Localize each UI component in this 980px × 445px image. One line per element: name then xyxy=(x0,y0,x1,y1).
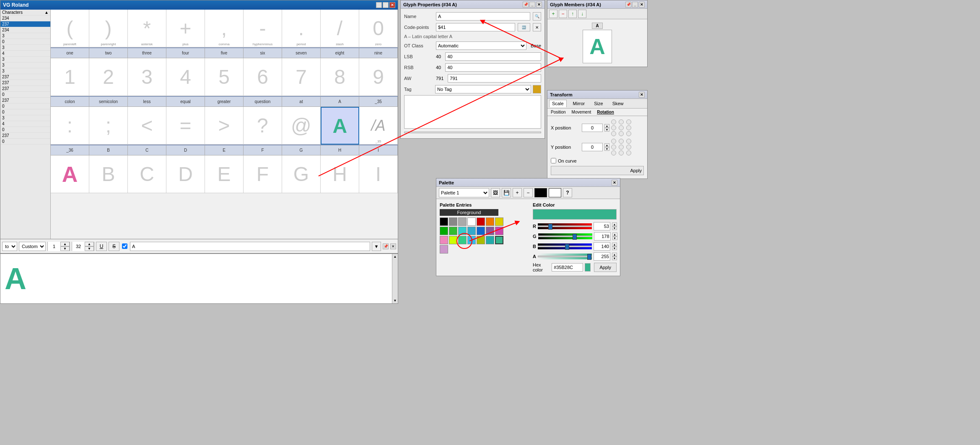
r-slider[interactable] xyxy=(538,223,592,229)
palette-add-btn[interactable]: + xyxy=(513,188,522,197)
number2-down[interactable]: ▼ xyxy=(85,246,94,251)
glyph-period[interactable]: . period xyxy=(282,10,321,47)
sidebar-item-3c[interactable]: 3 xyxy=(0,57,50,62)
glyph-props-close[interactable]: ✕ xyxy=(536,2,542,8)
member-add-button[interactable]: + xyxy=(549,10,557,18)
glyph-colon[interactable]: : xyxy=(51,107,89,145)
y-position-input[interactable] xyxy=(582,143,603,151)
a-down-btn[interactable]: ▼ xyxy=(612,256,617,260)
palette-apply-button[interactable]: Apply xyxy=(594,263,617,272)
unicode-btn[interactable]: 🔤 xyxy=(518,23,530,31)
color-lightgreen[interactable] xyxy=(449,227,457,235)
glyph-four[interactable]: 4 xyxy=(166,58,205,96)
palette-close[interactable]: ✕ xyxy=(612,180,617,186)
subtab-position[interactable]: Position xyxy=(549,109,568,115)
palette-white-swatch[interactable] xyxy=(549,188,561,197)
g-value-input[interactable] xyxy=(594,232,611,241)
close-button[interactable]: ✕ xyxy=(389,2,395,8)
color-cyan[interactable] xyxy=(458,227,467,235)
subtab-movement[interactable]: Movement xyxy=(570,109,593,115)
sidebar-item-237d[interactable]: 237 xyxy=(0,86,50,92)
palette-save-btn[interactable]: 💾 xyxy=(502,188,511,197)
color-yellowgreen[interactable] xyxy=(449,236,457,244)
glyph-three[interactable]: 3 xyxy=(128,58,166,96)
glyph-36-pink[interactable]: A xyxy=(51,155,89,193)
sidebar-item-0e[interactable]: 0 xyxy=(0,127,50,133)
color-red[interactable] xyxy=(477,217,485,226)
preview-scroll-down[interactable]: ▼ xyxy=(394,299,397,303)
x-radio-6[interactable] xyxy=(611,131,616,136)
color-lightpink[interactable] xyxy=(440,236,448,244)
sidebar-item-3f[interactable]: 3 xyxy=(0,115,50,121)
sidebar-item-3b[interactable]: 3 xyxy=(0,45,50,51)
x-radio-5[interactable] xyxy=(626,125,631,130)
x-radio-7[interactable] xyxy=(619,131,624,136)
toolbar-text-input[interactable] xyxy=(130,242,370,251)
x-position-input[interactable] xyxy=(582,124,603,132)
glyph-plus[interactable]: + plus xyxy=(166,10,205,47)
palette-help-btn[interactable]: ? xyxy=(563,188,572,197)
glyph-notes-textarea[interactable] xyxy=(404,95,541,129)
glyph-slash[interactable]: / slash xyxy=(321,10,359,47)
glyph-D[interactable]: D xyxy=(166,155,205,193)
b-slider[interactable] xyxy=(538,243,592,249)
number2-up[interactable]: ▲ xyxy=(85,242,94,246)
glyph-I[interactable]: I xyxy=(359,155,398,193)
y-radio-1[interactable] xyxy=(619,139,624,144)
y-up-button[interactable]: ▲ xyxy=(604,143,609,147)
sidebar-item-4a[interactable]: 4 xyxy=(0,51,50,57)
x-radio-4[interactable] xyxy=(619,125,624,130)
b-up-btn[interactable]: ▲ xyxy=(612,243,617,246)
glyph-semicolon[interactable]: ; xyxy=(89,107,128,145)
glyph-one[interactable]: 1 xyxy=(51,58,89,96)
color-teal[interactable] xyxy=(458,236,467,244)
y-down-button[interactable]: ▼ xyxy=(604,147,609,151)
glyph-hyphenminus[interactable]: - hyphenminus xyxy=(244,10,282,47)
sidebar-item-0f[interactable]: 0 xyxy=(0,139,50,145)
a-up-btn[interactable]: ▲ xyxy=(612,253,617,256)
color-yellow[interactable] xyxy=(495,217,503,226)
sidebar-item-3e[interactable]: 3 xyxy=(0,68,50,74)
on-curve-checkbox[interactable] xyxy=(551,158,556,163)
palette-remove-btn[interactable]: − xyxy=(524,188,533,197)
rsb-input[interactable] xyxy=(445,63,541,72)
y-radio-7[interactable] xyxy=(619,150,624,155)
b-down-btn[interactable]: ▼ xyxy=(612,246,617,250)
glyph-less[interactable]: < xyxy=(128,107,166,145)
member-up-button[interactable]: ↑ xyxy=(568,10,577,18)
number1-up[interactable]: ▲ xyxy=(60,242,70,246)
lsb-input[interactable] xyxy=(445,52,541,61)
number1-down[interactable]: ▼ xyxy=(60,246,70,251)
glyph-35[interactable]: /A _35 xyxy=(359,107,398,145)
glyph-at[interactable]: @ xyxy=(282,107,321,145)
a-value-input[interactable] xyxy=(594,252,610,261)
sidebar-item-237f[interactable]: 237 xyxy=(0,133,50,139)
color-selected[interactable] xyxy=(495,236,503,244)
glyph-E[interactable]: E xyxy=(205,155,244,193)
y-radio-2[interactable] xyxy=(626,139,631,144)
g-down-btn[interactable]: ▼ xyxy=(612,236,617,240)
code-points-input[interactable] xyxy=(436,23,515,31)
y-radio-8[interactable] xyxy=(626,150,631,155)
sidebar-item-237c[interactable]: 237 xyxy=(0,80,50,86)
color-purple[interactable] xyxy=(486,227,494,235)
palette-select[interactable]: Palette 1 xyxy=(439,188,489,197)
tab-skew[interactable]: Skew xyxy=(609,100,627,107)
color-olive[interactable] xyxy=(477,236,485,244)
sidebar-item-234b[interactable]: 234 xyxy=(0,27,50,33)
x-radio-2[interactable] xyxy=(626,119,631,124)
glyph-two[interactable]: 2 xyxy=(89,58,128,96)
glyph-question[interactable]: ? xyxy=(244,107,282,145)
glyph-equal[interactable]: = xyxy=(166,107,205,145)
props-scrollbar[interactable] xyxy=(404,132,541,133)
glyph-props-pin[interactable]: 📌 xyxy=(523,2,529,8)
x-up-button[interactable]: ▲ xyxy=(604,124,609,128)
y-radio-0[interactable] xyxy=(611,139,616,144)
tab-size[interactable]: Size xyxy=(591,100,606,107)
glyph-asterisk[interactable]: * asterisk xyxy=(128,10,166,47)
glyph-B[interactable]: B xyxy=(89,155,128,193)
underline-button[interactable]: U xyxy=(96,242,107,251)
sidebar-item-237e[interactable]: 237 xyxy=(0,98,50,103)
glyph-parenright[interactable]: ) parenright xyxy=(89,10,128,47)
glyph-zero[interactable]: 0 zero xyxy=(359,10,398,47)
